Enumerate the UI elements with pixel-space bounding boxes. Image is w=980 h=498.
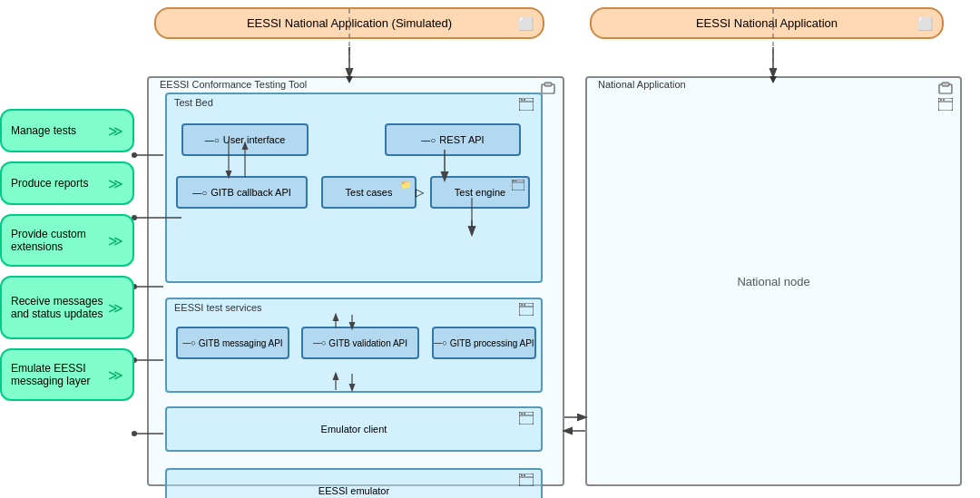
eessi-emulator-icon bbox=[519, 474, 534, 490]
panel-left-label: EESSI Conformance Testing Tool bbox=[156, 77, 310, 92]
eessi-emulator-label: EESSI emulator bbox=[318, 485, 389, 496]
gitb-proc-box: —○ GITB processing API bbox=[432, 327, 536, 359]
svg-point-36 bbox=[513, 181, 514, 182]
sidebar-item-emulate-eessi[interactable]: Emulate EESSI messaging layer ≫ bbox=[0, 348, 134, 401]
testbed-label: Test Bed bbox=[174, 97, 213, 108]
panel-right-label: National Application bbox=[594, 77, 690, 92]
sidebar-item-custom-extensions[interactable]: Provide custom extensions ≫ bbox=[0, 214, 134, 267]
diagram-container: EESSI National Application (Simulated) ⬜… bbox=[0, 0, 980, 498]
testcases-folder-icon: 📁 bbox=[400, 180, 411, 190]
receive-messages-chevron-icon: ≫ bbox=[108, 299, 123, 317]
top-box-simulated: EESSI National Application (Simulated) ⬜ bbox=[154, 7, 544, 39]
sidebar-item-receive-messages[interactable]: Receive messages and status updates ≫ bbox=[0, 276, 134, 339]
custom-extensions-chevron-icon: ≫ bbox=[108, 232, 123, 249]
services-icon bbox=[519, 303, 534, 319]
callback-lollipop-icon: —○ bbox=[192, 188, 207, 198]
testengine-label: Test engine bbox=[455, 187, 505, 198]
emulate-eessi-chevron-icon: ≫ bbox=[108, 366, 123, 384]
gitb-callback-box: —○ GITB callback API bbox=[176, 176, 308, 209]
svg-point-44 bbox=[521, 413, 523, 415]
svg-point-33 bbox=[524, 99, 525, 101]
testcases-connector-icon: ▷ bbox=[416, 186, 424, 199]
top-box-simulated-label: EESSI National Application (Simulated) bbox=[247, 16, 452, 30]
rest-label: REST API bbox=[439, 134, 484, 145]
panel-left-icon bbox=[541, 82, 555, 99]
testbed-icon bbox=[519, 98, 534, 114]
emulate-eessi-label: Emulate EESSI messaging layer bbox=[11, 362, 104, 387]
rest-lollipop-icon: —○ bbox=[421, 135, 436, 145]
testengine-icon bbox=[512, 180, 524, 192]
svg-point-45 bbox=[524, 413, 525, 415]
sidebar-item-produce-reports[interactable]: Produce reports ≫ bbox=[0, 161, 134, 205]
testcases-label: Test cases bbox=[346, 187, 393, 198]
right-panel-terminal-icon bbox=[938, 98, 953, 114]
manage-tests-label: Manage tests bbox=[11, 124, 76, 137]
svg-rect-51 bbox=[942, 83, 949, 86]
emulator-client-icon bbox=[519, 412, 534, 428]
svg-point-32 bbox=[521, 99, 523, 101]
gitb-msg-box: —○ GITB messaging API bbox=[176, 327, 289, 359]
gitb-msg-label: GITB messaging API bbox=[199, 338, 283, 348]
ui-lollipop-icon: —○ bbox=[205, 135, 220, 145]
testcases-box: 📁 Test cases ▷ bbox=[321, 176, 416, 209]
svg-point-54 bbox=[940, 99, 942, 101]
sidebar-item-manage-tests[interactable]: Manage tests ≫ bbox=[0, 109, 134, 152]
rest-api-box: —○ REST API bbox=[385, 123, 521, 156]
svg-point-37 bbox=[515, 181, 517, 182]
ui-box: —○ User interface bbox=[181, 123, 309, 156]
produce-reports-chevron-icon: ≫ bbox=[108, 175, 123, 192]
panel-right: National Application National node bbox=[585, 76, 962, 486]
val-lollipop-icon: —○ bbox=[313, 338, 326, 347]
eessi-emulator-box: EESSI emulator bbox=[165, 468, 543, 498]
gitb-proc-label: GITB processing API bbox=[450, 338, 534, 348]
manage-tests-chevron-icon: ≫ bbox=[108, 122, 123, 140]
custom-extensions-label: Provide custom extensions bbox=[11, 228, 104, 253]
svg-point-48 bbox=[521, 474, 523, 476]
emulator-client-label: Emulator client bbox=[321, 424, 387, 435]
gitb-callback-label: GITB callback API bbox=[211, 187, 291, 198]
proc-lollipop-icon: —○ bbox=[434, 338, 446, 347]
national-icon: ⬜ bbox=[917, 16, 933, 31]
gitb-val-box: —○ GITB validation API bbox=[301, 327, 419, 359]
top-box-national-label: EESSI National Application bbox=[696, 16, 838, 30]
svg-point-49 bbox=[524, 474, 525, 476]
gitb-val-label: GITB validation API bbox=[328, 338, 407, 348]
simulated-icon: ⬜ bbox=[518, 16, 534, 31]
testbed-box: Test Bed —○ User interface —○ REST API —… bbox=[165, 93, 543, 283]
produce-reports-label: Produce reports bbox=[11, 177, 88, 190]
top-box-national: EESSI National Application ⬜ bbox=[590, 7, 944, 39]
svg-rect-29 bbox=[544, 83, 552, 86]
sidebar: Manage tests ≫ Produce reports ≫ Provide… bbox=[0, 109, 134, 401]
ui-label: User interface bbox=[223, 134, 285, 145]
services-box: EESSI test services —○ GITB messaging AP… bbox=[165, 298, 543, 393]
msg-lollipop-icon: —○ bbox=[182, 338, 195, 347]
svg-point-41 bbox=[524, 304, 525, 306]
panel-left: EESSI Conformance Testing Tool Test Bed … bbox=[147, 76, 564, 486]
svg-point-55 bbox=[943, 99, 945, 101]
services-label: EESSI test services bbox=[174, 302, 262, 313]
svg-point-16 bbox=[132, 431, 137, 436]
svg-point-40 bbox=[521, 304, 523, 306]
emulator-client-box: Emulator client bbox=[165, 406, 543, 452]
testengine-box: Test engine bbox=[430, 176, 530, 209]
panel-right-icon bbox=[938, 82, 953, 99]
national-node-label: National node bbox=[737, 275, 809, 288]
receive-messages-label: Receive messages and status updates bbox=[11, 295, 104, 320]
